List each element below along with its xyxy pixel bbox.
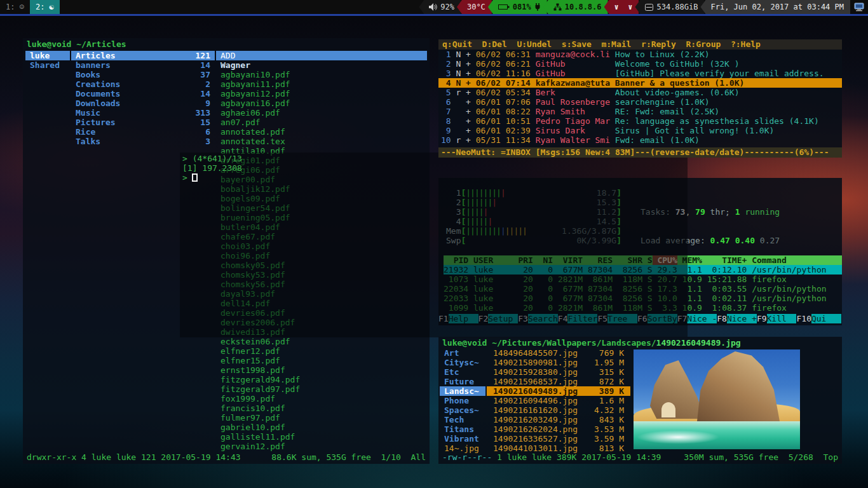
file-item[interactable]: ADD <box>216 51 427 60</box>
function-key[interactable]: F9Kill <box>757 314 797 323</box>
directory-item[interactable]: Articles121 <box>71 51 215 60</box>
image-file-item[interactable]: 1490215928380.jpg315 K <box>487 367 630 377</box>
image-file-item[interactable]: 1490216094496.jpg1.6 M <box>487 396 630 405</box>
mail-subject: Banner & a question (1.0K) <box>615 78 842 88</box>
ranger-statusbar: -rw-r--r-- 1 luke luke 389K 2017-05-19 1… <box>442 452 838 462</box>
image-file-item[interactable]: 1490441013011.jpg813 K <box>487 444 630 453</box>
ranger-title: luke@void ~/Articles <box>27 39 126 49</box>
image-file-item[interactable]: 1490216049489.jpg389 K <box>487 386 630 396</box>
directory-item[interactable]: Future <box>440 377 485 386</box>
mail-row[interactable]: 7 +06/01 08:22Ryan SmithRE: Fwd: email (… <box>438 107 842 116</box>
directory-item[interactable]: Spaces~ <box>440 405 485 415</box>
image-file-name: 1490216336527.jpg <box>493 434 578 444</box>
updates-block[interactable]: ∨ ∨ <box>604 0 639 14</box>
image-file-size: 1.95 M <box>594 358 624 367</box>
file-item[interactable]: agbayani12.pdf <box>216 89 427 98</box>
directory-item[interactable]: Talks3 <box>71 137 215 146</box>
mail-row[interactable]: 6 +06/01 07:06Paul Rosenbergesearchengin… <box>438 97 842 107</box>
volume-value: 92% <box>440 3 454 11</box>
image-file-item[interactable]: 1490216336527.jpg3.59 M <box>487 434 630 444</box>
directory-item[interactable]: Citysc~ <box>440 358 485 367</box>
file-item[interactable]: fulmer97.pdf <box>216 413 427 423</box>
directory-count: 15 <box>200 118 210 127</box>
file-item[interactable]: elfner12.pdf <box>216 346 427 356</box>
directory-item[interactable]: Etc <box>440 367 485 377</box>
workspace-1-button[interactable]: 1: ☺ <box>0 0 30 14</box>
file-item[interactable]: ernst1998.pdf <box>216 365 427 375</box>
mail-index: 3 <box>441 69 451 78</box>
preview-arch <box>661 402 675 417</box>
file-item[interactable]: aghaei06.pdf <box>216 108 427 118</box>
directory-count: 313 <box>196 108 210 118</box>
file-item[interactable]: fox1999.pdf <box>216 394 427 403</box>
file-item[interactable]: fitzgerald97.pdf <box>216 384 427 394</box>
mail-sender: GitHub <box>536 69 610 78</box>
mail-row[interactable]: 8 +06/01 10:51Pedro Tiago MarRe: languag… <box>438 116 842 126</box>
directory-item[interactable]: 14~.jpg <box>440 444 485 453</box>
file-item[interactable]: Wagner <box>216 60 427 70</box>
dir-summary-info: 350M sum, 535G free 5/268 Top <box>684 452 838 462</box>
directory-item[interactable]: Phone <box>440 396 485 405</box>
image-file-item[interactable]: 1490216161620.jpg4.32 M <box>487 405 630 415</box>
image-file-name: 1490216262024.png <box>493 424 578 434</box>
directory-item[interactable]: Tech <box>440 415 485 424</box>
file-item[interactable]: eckstein06.pdf <box>216 337 427 346</box>
file-item[interactable]: francis10.pdf <box>216 403 427 413</box>
image-file-item[interactable]: 1490216203249.jpg843 K <box>487 415 630 424</box>
image-file-item[interactable]: 1490215890981.jpg1.95 M <box>487 358 630 367</box>
volume-block[interactable]: 92% <box>419 0 461 14</box>
file-item[interactable]: an07.pdf <box>216 118 427 127</box>
function-key[interactable]: F8Nice + <box>717 314 757 323</box>
image-file-item[interactable]: 1490215968537.jpg872 K <box>487 377 630 386</box>
file-item[interactable]: gervain12.pdf <box>216 442 427 451</box>
directory-item[interactable]: Titans <box>440 424 485 434</box>
directory-item[interactable]: Music313 <box>71 108 215 118</box>
preview-rock-right <box>697 351 780 421</box>
directory-item[interactable]: Pictures15 <box>71 118 215 127</box>
file-item[interactable]: annotated.pdf <box>216 127 427 137</box>
directory-item[interactable]: Art <box>440 348 485 358</box>
directory-item[interactable]: Rice6 <box>71 127 215 137</box>
file-item[interactable]: elfner15.pdf <box>216 356 427 365</box>
mail-sender: Ryan Smith <box>536 107 610 116</box>
mail-row[interactable]: 1N +06/02 06:31manguza@cock.liHow to Lin… <box>438 50 842 59</box>
image-file-item[interactable]: 1484964845507.jpg769 K <box>487 348 630 358</box>
workspace-2-button[interactable]: 2: ☯ <box>30 0 60 14</box>
directory-item[interactable]: banners14 <box>71 60 215 70</box>
directory-item[interactable]: Creations2 <box>71 79 215 89</box>
disk-block[interactable]: 534.88GiB <box>635 0 704 14</box>
file-item[interactable]: agbayani11.pdf <box>216 79 427 89</box>
directory-count: 2 <box>205 79 210 89</box>
mail-row[interactable]: 10r +05/31 11:34Ryan Walter SmiFwd: emai… <box>438 135 842 145</box>
function-key[interactable]: F10Qui <box>796 314 841 323</box>
mail-row[interactable]: 4N +06/02 07:14kafkazwana@tutaBanner & a… <box>438 78 842 88</box>
file-item[interactable]: agbayani16.pdf <box>216 98 427 108</box>
directory-item[interactable]: Books37 <box>71 70 215 79</box>
directory-name: Music <box>76 108 100 118</box>
network-block[interactable]: 10.8.8.6 <box>543 0 608 14</box>
directory-item[interactable]: Landsc~ <box>440 386 485 396</box>
mail-row[interactable]: 2N +06/02 06:21GitHubWelcome to GitHub! … <box>438 59 842 69</box>
directory-count: 3 <box>205 137 210 146</box>
mail-date: 06/02 05:34 <box>476 88 531 97</box>
parent-dir-item[interactable]: Shared <box>25 60 70 70</box>
clock-block[interactable]: Fri, Jun 02, 2017 at 03:44 PM <box>700 0 850 14</box>
monitor-tray-icon[interactable] <box>854 3 864 11</box>
directory-item[interactable]: Documents14 <box>71 89 215 98</box>
directory-item[interactable]: Downloads9 <box>71 98 215 108</box>
file-item[interactable]: agbayani10.pdf <box>216 70 427 79</box>
mail-row[interactable]: 9 +06/01 02:39Sirus DarkSirus | Got it a… <box>438 126 842 135</box>
mail-row[interactable]: 5r +06/02 05:34BerkAbout video-games. (0… <box>438 88 842 97</box>
image-file-column: 1484964845507.jpg769 K1490215890981.jpg1… <box>487 348 630 453</box>
r-prompt-line[interactable]: > <box>182 173 685 182</box>
directory-item[interactable]: Vibrant <box>440 434 485 444</box>
parent-dir-item[interactable]: luke <box>25 51 70 60</box>
image-file-item[interactable]: 1490216262024.png3.53 M <box>487 424 630 434</box>
mail-row[interactable]: 3N +06/02 11:16GitHub[GitHub] Please ver… <box>438 69 842 78</box>
temperature-block[interactable]: 30°C <box>457 0 492 14</box>
file-item[interactable]: gallistel11.pdf <box>216 432 427 442</box>
file-item[interactable]: gabriel10.pdf <box>216 423 427 432</box>
file-item[interactable]: annotated.tex <box>216 137 427 146</box>
file-item[interactable]: fitzgerald94.pdf <box>216 375 427 384</box>
battery-block[interactable]: 081% <box>488 0 547 14</box>
